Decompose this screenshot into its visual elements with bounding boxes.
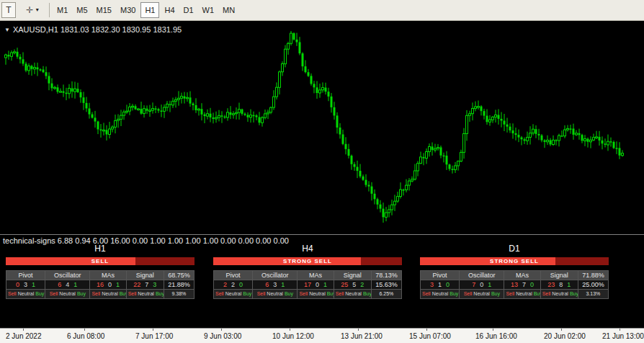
mas-counts: 1601 [90, 280, 126, 290]
signal-counts: 2552 [334, 280, 371, 290]
timeframe-button-m1[interactable]: M1 [53, 2, 71, 18]
oscillator-labels: SellNeutralBuy [253, 290, 298, 299]
signal-table: PivotOscillatorMAsSignal78.13%2206311701… [213, 270, 402, 299]
time-axis-label: 16 Jun 16:00 [475, 332, 517, 340]
timeframe-bar: M1M5M15M30H1H4D1W1MN [53, 2, 238, 18]
sell-percent: 78.13% [371, 271, 401, 280]
pivot-labels: SellNeutralBuy [421, 290, 460, 299]
panel-title: H4 [213, 244, 402, 254]
axis-tick [23, 329, 24, 331]
column-header: MAs [298, 271, 334, 280]
toolbar-separator [49, 3, 50, 17]
oscillator-labels: SellNeutralBuy [45, 290, 90, 299]
column-header: Oscillator [253, 271, 298, 280]
chart-area[interactable]: ▼XAUUSD,H1 1831.03 1832.30 1830.95 1831.… [0, 21, 644, 234]
toolbar: T ✛ ▾ M1M5M15M30H1H4D1W1MN [0, 0, 644, 21]
column-header: Oscillator [460, 271, 504, 280]
column-header: Signal [126, 271, 164, 280]
column-header: Signal [334, 271, 371, 280]
pivot-counts: 310 [421, 280, 460, 290]
axis-tick [84, 329, 85, 331]
signal-strength-bar: STRONG SELL [213, 257, 402, 265]
neutral-percent: 25.00% [578, 280, 608, 290]
signal-labels: SellNeutralBuy [540, 290, 578, 299]
crosshair-icon: ✛ [26, 5, 33, 15]
column-header: Pivot [6, 271, 45, 280]
mt4-window: T ✛ ▾ M1M5M15M30H1H4D1W1MN ▼XAUUSD,H1 18… [0, 0, 644, 343]
symbol-ohlc-line: ▼XAUUSD,H1 1831.03 1832.30 1830.95 1831.… [4, 25, 182, 34]
signal-table: PivotOscillatorMAsSignal71.88%3107011370… [420, 270, 609, 299]
signal-panel-d1: D1 STRONG SELL PivotOscillatorMAsSignal7… [420, 244, 609, 299]
axis-tick [290, 329, 290, 331]
signal-panel-h1: H1 SELL PivotOscillatorMAsSignal68.75%03… [6, 244, 194, 299]
panel-title: H1 [6, 244, 194, 254]
buy-percent: 9.38% [164, 290, 194, 299]
axis-tick [620, 329, 620, 331]
signal-labels: SellNeutralBuy [126, 290, 164, 299]
column-header: Pivot [421, 271, 460, 280]
symbol-text: XAUUSD,H1 1831.03 1832.30 1830.95 1831.9… [13, 25, 182, 34]
signal-labels: SellNeutralBuy [334, 290, 371, 299]
oscillator-counts: 641 [45, 280, 90, 290]
time-axis[interactable]: 2 Jun 20226 Jun 08:007 Jun 17:009 Jun 03… [0, 328, 644, 343]
signal-counts: 2273 [126, 280, 164, 290]
signal-verdict: STRONG SELL [420, 257, 609, 265]
mas-counts: 1701 [298, 280, 334, 290]
signal-counts: 2381 [540, 280, 578, 290]
time-axis-label: 21 Jun 13:00 [602, 332, 644, 340]
signal-panel-h4: H4 STRONG SELL PivotOscillatorMAsSignal7… [213, 244, 402, 299]
timeframe-button-h4[interactable]: H4 [161, 2, 178, 18]
mas-labels: SellNeutralBuy [298, 290, 334, 299]
mas-labels: SellNeutralBuy [504, 290, 540, 299]
axis-tick [493, 329, 493, 331]
timeframe-button-d1[interactable]: D1 [180, 2, 197, 18]
column-header: MAs [504, 271, 540, 280]
indicator-pane: technical-signs 6.88 0.94 6.00 16.00 0.0… [0, 234, 644, 328]
axis-tick [221, 329, 222, 331]
timeframe-button-h1[interactable]: H1 [140, 2, 159, 18]
time-axis-label: 13 Jun 21:00 [341, 332, 383, 340]
neutral-percent: 21.88% [164, 280, 194, 290]
pivot-labels: SellNeutralBuy [214, 290, 253, 299]
buy-percent: 3.13% [578, 290, 608, 299]
text-tool-button[interactable]: T [1, 2, 16, 18]
candlestick-chart [0, 21, 644, 234]
column-header: Signal [540, 271, 578, 280]
timeframe-button-m15[interactable]: M15 [93, 2, 115, 18]
axis-tick [426, 329, 427, 331]
mas-counts: 1370 [504, 280, 540, 290]
dropdown-caret-icon: ▾ [36, 6, 39, 13]
column-header: Oscillator [45, 271, 90, 280]
timeframe-button-mn[interactable]: MN [219, 2, 238, 18]
axis-tick [561, 329, 562, 331]
signal-verdict: STRONG SELL [213, 257, 402, 265]
column-header: Pivot [214, 271, 253, 280]
time-axis-label: 10 Jun 12:00 [272, 332, 314, 340]
buy-percent: 6.25% [371, 290, 401, 299]
oscillator-counts: 701 [460, 280, 504, 290]
mas-labels: SellNeutralBuy [90, 290, 126, 299]
time-axis-label: 7 Jun 17:00 [135, 332, 173, 340]
timeframe-button-w1[interactable]: W1 [199, 2, 218, 18]
pivot-counts: 031 [6, 280, 45, 290]
timeframe-button-m5[interactable]: M5 [73, 2, 91, 18]
oscillator-labels: SellNeutralBuy [460, 290, 504, 299]
time-axis-label: 9 Jun 03:00 [204, 332, 241, 340]
drawing-tools-button[interactable]: ✛ ▾ [19, 2, 46, 18]
sell-percent: 68.75% [164, 271, 194, 280]
time-axis-label: 6 Jun 08:00 [67, 332, 104, 340]
time-axis-label: 2 Jun 2022 [6, 332, 42, 340]
sell-percent: 71.88% [578, 271, 608, 280]
collapse-triangle-icon[interactable]: ▼ [4, 27, 10, 33]
oscillator-counts: 631 [253, 280, 298, 290]
time-axis-label: 15 Jun 07:00 [409, 332, 451, 340]
neutral-percent: 15.63% [371, 280, 401, 290]
signal-strength-bar: SELL [6, 257, 194, 265]
pivot-labels: SellNeutralBuy [6, 290, 45, 299]
time-axis-label: 20 Jun 02:00 [544, 332, 586, 340]
panel-title: D1 [420, 244, 609, 254]
column-header: MAs [90, 271, 126, 280]
timeframe-button-m30[interactable]: M30 [117, 2, 139, 18]
signal-strength-bar: STRONG SELL [420, 257, 609, 265]
pivot-counts: 220 [214, 280, 253, 290]
